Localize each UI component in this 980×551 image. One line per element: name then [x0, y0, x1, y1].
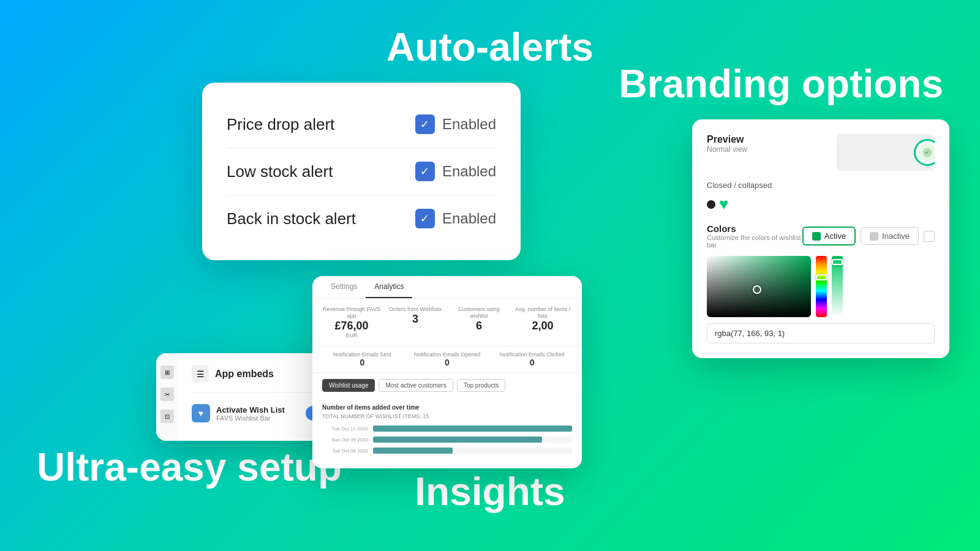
email-opened-value: 0 [407, 358, 488, 367]
analytics-stats: Revenue through FAVS app £76,00 EUR Orde… [312, 299, 582, 347]
low-stock-status: ✓ Enabled [415, 162, 496, 181]
chart-section: Number of items added over time TOTAL NU… [312, 398, 582, 468]
chart-bar-container-1 [373, 425, 572, 432]
preview-label-group: Preview Normal view [707, 134, 837, 154]
email-clicked-value: 0 [492, 358, 572, 367]
back-in-stock-alert-row: Back in stock alert ✓ Enabled [227, 195, 496, 242]
email-opened: Notification Emails Opened 0 [407, 351, 488, 367]
email-sent-label: Notification Emails Sent [322, 351, 402, 358]
hue-slider[interactable] [816, 256, 827, 317]
colors-title: Colors [707, 223, 802, 234]
color-active-button[interactable]: Active [802, 227, 856, 246]
chart-date-3: Sat Oct 08 2022 [322, 448, 368, 454]
alpha-slider[interactable] [832, 256, 843, 317]
stat-customers-value: 6 [450, 320, 508, 332]
filter-tab-wishlist-usage[interactable]: Wishlist usage [322, 379, 375, 392]
filter-tab-top-products[interactable]: Top products [457, 379, 505, 392]
embeds-item-sub: FAVS Wishlist Bar [216, 414, 300, 422]
chart-bar-2 [373, 437, 542, 443]
email-sent: Notification Emails Sent 0 [322, 351, 402, 367]
embeds-header: ☰ App embeds [192, 365, 333, 383]
embeds-item-name: Activate Wish List [216, 405, 300, 414]
stat-avg-items-value: 2,00 [513, 320, 572, 332]
chart-bar-container-2 [373, 437, 572, 443]
back-in-stock-checkbox[interactable]: ✓ [415, 209, 435, 228]
chart-subtitle: TOTAL NUMBER OF WISHLIST ITEMS: 15 [322, 413, 572, 419]
preview-logo-circle [914, 139, 935, 166]
stat-orders: Orders from Wishlists 3 [386, 306, 445, 339]
price-drop-alert-row: Price drop alert ✓ Enabled [227, 101, 496, 148]
gradient-picker-dot[interactable] [753, 285, 761, 294]
chart-bar-container-3 [373, 448, 572, 454]
analytics-emails: Notification Emails Sent 0 Notification … [312, 347, 582, 373]
stat-avg-items: Avg. number of items / lists 2,00 [513, 306, 572, 339]
filter-tab-most-active[interactable]: Most active customers [379, 379, 453, 392]
color-value-input[interactable] [707, 323, 935, 343]
email-clicked: Notification Emails Clicked 0 [492, 351, 572, 367]
hero-ultra-easy-setup: Ultra-easy setup [37, 444, 342, 490]
analytics-filter-tabs: Wishlist usage Most active customers Top… [312, 373, 582, 398]
back-in-stock-label: Back in stock alert [227, 209, 356, 228]
colors-section: Colors Customize the colors of wishlist … [707, 223, 935, 249]
back-in-stock-enabled: Enabled [442, 210, 496, 227]
chart-bar-row-1: Tue Oct 11 2022 [322, 425, 572, 432]
heart-icon-area: ♥ [707, 195, 935, 214]
chart-bar-3 [373, 448, 453, 454]
embeds-item-text: Activate Wish List FAVS Wishlist Bar [216, 405, 300, 422]
back-in-stock-status: ✓ Enabled [415, 209, 496, 228]
branding-card: Preview Normal view Closed / collapsed ♥… [692, 119, 949, 358]
preview-title: Preview [707, 134, 837, 145]
analytics-card: Settings Analytics Revenue through FAVS … [312, 276, 582, 468]
preview-logo-inner [918, 143, 935, 162]
heart-icon: ♥ [719, 195, 728, 214]
stat-avg-items-label: Avg. number of items / lists [513, 306, 572, 320]
preview-image [837, 134, 935, 171]
price-drop-checkbox[interactable]: ✓ [415, 114, 435, 134]
email-opened-label: Notification Emails Opened [407, 351, 488, 358]
price-drop-status: ✓ Enabled [415, 114, 496, 134]
colors-header: Colors Customize the colors of wishlist … [707, 223, 935, 249]
color-active-label: Active [824, 231, 846, 241]
sidebar-icon-grid: ⊞ [160, 365, 174, 379]
hero-branding-options: Branding options [619, 61, 943, 107]
color-dot-inactive [870, 232, 878, 241]
color-dot-active [812, 232, 821, 241]
color-checkbox[interactable] [924, 231, 935, 242]
low-stock-enabled: Enabled [442, 163, 496, 180]
stat-customers-label: Customers using wishlist [450, 306, 508, 320]
low-stock-alert-row: Low stock alert ✓ Enabled [227, 148, 496, 195]
price-drop-enabled: Enabled [442, 116, 496, 133]
low-stock-label: Low stock alert [227, 162, 333, 181]
color-buttons: Active Inactive [802, 227, 935, 246]
sidebar-icons: ⊞ ✂ ⊡ [156, 353, 178, 441]
chart-bar-row-3: Sat Oct 08 2022 [322, 448, 572, 454]
preview-section: Preview Normal view [707, 134, 935, 171]
chart-date-1: Tue Oct 11 2022 [322, 426, 368, 432]
alpha-slider-dot[interactable] [832, 259, 843, 265]
tab-analytics[interactable]: Analytics [366, 276, 412, 298]
low-stock-checkbox[interactable]: ✓ [415, 162, 435, 181]
color-gradient-picker[interactable] [707, 256, 811, 317]
preview-sub: Normal view [707, 145, 837, 154]
color-inactive-label: Inactive [882, 231, 910, 241]
auto-alerts-card: Price drop alert ✓ Enabled Low stock ale… [202, 83, 521, 260]
analytics-tabs: Settings Analytics [312, 276, 582, 299]
tab-settings[interactable]: Settings [322, 276, 366, 298]
hero-auto-alerts: Auto-alerts [386, 24, 594, 70]
stat-revenue: Revenue through FAVS app £76,00 EUR [322, 306, 381, 339]
color-inactive-button[interactable]: Inactive [861, 227, 919, 245]
hue-slider-dot[interactable] [816, 274, 827, 280]
embeds-item-icon: ♥ [192, 404, 210, 422]
hero-insights: Insights [415, 469, 565, 514]
sidebar-icon-tool: ✂ [160, 388, 174, 401]
embeds-title: App embeds [215, 369, 274, 380]
closed-collapsed-label: Closed / collapsed [707, 181, 935, 190]
stat-orders-value: 3 [386, 313, 445, 326]
sidebar-icon-apps: ⊡ [160, 410, 174, 423]
stat-customers: Customers using wishlist 6 [450, 306, 508, 339]
small-dot-icon [707, 200, 715, 209]
stat-orders-label: Orders from Wishlists [386, 306, 445, 313]
email-clicked-label: Notification Emails Clicked [492, 351, 572, 358]
stat-revenue-value: £76,00 [322, 320, 381, 332]
color-picker-area [707, 256, 935, 317]
